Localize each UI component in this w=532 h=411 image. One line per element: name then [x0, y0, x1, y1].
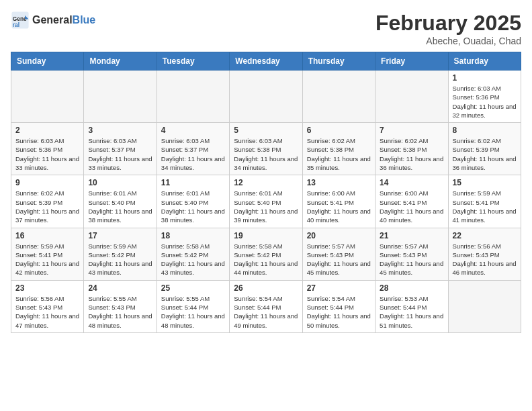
calendar-day-cell: 7Sunrise: 6:02 AM Sunset: 5:38 PM Daylig…: [375, 123, 448, 175]
calendar-week-row: 16Sunrise: 5:59 AM Sunset: 5:41 PM Dayli…: [11, 228, 521, 280]
day-number: 16: [15, 231, 79, 240]
calendar-day-cell: [11, 71, 84, 123]
day-info: Sunrise: 6:03 AM Sunset: 5:37 PM Dayligh…: [161, 136, 225, 172]
weekday-header-monday: Monday: [84, 52, 157, 71]
day-number: 28: [380, 283, 443, 293]
day-info: Sunrise: 6:03 AM Sunset: 5:36 PM Dayligh…: [15, 136, 79, 172]
calendar-week-row: 9Sunrise: 6:02 AM Sunset: 5:39 PM Daylig…: [11, 175, 521, 228]
weekday-header-tuesday: Tuesday: [157, 52, 229, 71]
day-number: 5: [234, 126, 298, 135]
day-info: Sunrise: 6:01 AM Sunset: 5:40 PM Dayligh…: [234, 189, 298, 224]
day-info: Sunrise: 5:55 AM Sunset: 5:44 PM Dayligh…: [161, 294, 225, 330]
calendar-day-cell: 18Sunrise: 5:58 AM Sunset: 5:42 PM Dayli…: [157, 228, 229, 280]
calendar-day-cell: 1Sunrise: 6:03 AM Sunset: 5:36 PM Daylig…: [448, 71, 521, 123]
day-number: 19: [234, 231, 298, 240]
day-info: Sunrise: 5:59 AM Sunset: 5:41 PM Dayligh…: [453, 189, 517, 224]
day-number: 23: [15, 283, 79, 293]
calendar-day-cell: 23Sunrise: 5:56 AM Sunset: 5:43 PM Dayli…: [11, 280, 84, 332]
day-number: 22: [453, 231, 517, 240]
day-info: Sunrise: 6:02 AM Sunset: 5:38 PM Dayligh…: [307, 136, 371, 172]
calendar-day-cell: [375, 71, 448, 123]
day-info: Sunrise: 6:03 AM Sunset: 5:38 PM Dayligh…: [234, 136, 298, 172]
logo-general: General: [32, 14, 73, 26]
weekday-header-saturday: Saturday: [448, 52, 521, 71]
day-number: 1: [453, 73, 517, 83]
day-info: Sunrise: 6:03 AM Sunset: 5:37 PM Dayligh…: [88, 136, 152, 172]
svg-text:ral: ral: [13, 21, 19, 28]
day-number: 25: [161, 283, 225, 293]
month-title: February 2025: [375, 11, 521, 36]
day-number: 18: [161, 231, 225, 240]
day-number: 21: [380, 231, 443, 240]
day-info: Sunrise: 6:01 AM Sunset: 5:40 PM Dayligh…: [161, 189, 225, 224]
calendar-day-cell: 3Sunrise: 6:03 AM Sunset: 5:37 PM Daylig…: [84, 123, 157, 175]
day-info: Sunrise: 5:53 AM Sunset: 5:44 PM Dayligh…: [380, 294, 443, 330]
calendar-day-cell: 24Sunrise: 5:55 AM Sunset: 5:43 PM Dayli…: [84, 280, 157, 332]
day-number: 7: [380, 126, 443, 135]
calendar-day-cell: 22Sunrise: 5:56 AM Sunset: 5:43 PM Dayli…: [448, 228, 521, 280]
calendar-day-cell: 19Sunrise: 5:58 AM Sunset: 5:42 PM Dayli…: [230, 228, 302, 280]
page-header: Gene ral GeneralBlue February 2025 Abech…: [11, 11, 521, 46]
day-info: Sunrise: 6:00 AM Sunset: 5:41 PM Dayligh…: [307, 189, 371, 224]
logo-icon: Gene ral: [11, 11, 30, 30]
calendar-day-cell: [84, 71, 157, 123]
day-info: Sunrise: 5:56 AM Sunset: 5:43 PM Dayligh…: [453, 242, 517, 277]
day-number: 2: [15, 126, 79, 135]
calendar-day-cell: 5Sunrise: 6:03 AM Sunset: 5:38 PM Daylig…: [230, 123, 302, 175]
weekday-header-thursday: Thursday: [302, 52, 375, 71]
day-number: 24: [88, 283, 152, 293]
day-info: Sunrise: 5:57 AM Sunset: 5:43 PM Dayligh…: [307, 242, 371, 277]
calendar-day-cell: [230, 71, 302, 123]
day-number: 10: [88, 178, 152, 187]
day-number: 27: [307, 283, 371, 293]
calendar-day-cell: 9Sunrise: 6:02 AM Sunset: 5:39 PM Daylig…: [11, 175, 84, 228]
calendar-week-row: 23Sunrise: 5:56 AM Sunset: 5:43 PM Dayli…: [11, 280, 521, 332]
day-number: 12: [234, 178, 298, 187]
title-block: February 2025 Abeche, Ouadai, Chad: [375, 11, 521, 46]
calendar-day-cell: 6Sunrise: 6:02 AM Sunset: 5:38 PM Daylig…: [302, 123, 375, 175]
day-info: Sunrise: 5:58 AM Sunset: 5:42 PM Dayligh…: [234, 242, 298, 277]
day-info: Sunrise: 6:02 AM Sunset: 5:39 PM Dayligh…: [15, 189, 79, 224]
calendar-day-cell: 15Sunrise: 5:59 AM Sunset: 5:41 PM Dayli…: [448, 175, 521, 228]
day-number: 8: [453, 126, 517, 135]
day-info: Sunrise: 6:02 AM Sunset: 5:39 PM Dayligh…: [453, 136, 517, 172]
weekday-header-wednesday: Wednesday: [230, 52, 302, 71]
day-info: Sunrise: 5:59 AM Sunset: 5:42 PM Dayligh…: [88, 242, 152, 277]
weekday-header-row: SundayMondayTuesdayWednesdayThursdayFrid…: [11, 52, 521, 71]
calendar-day-cell: 14Sunrise: 6:00 AM Sunset: 5:41 PM Dayli…: [375, 175, 448, 228]
calendar-day-cell: 17Sunrise: 5:59 AM Sunset: 5:42 PM Dayli…: [84, 228, 157, 280]
day-info: Sunrise: 5:55 AM Sunset: 5:43 PM Dayligh…: [88, 294, 152, 330]
day-number: 13: [307, 178, 371, 187]
calendar-day-cell: 13Sunrise: 6:00 AM Sunset: 5:41 PM Dayli…: [302, 175, 375, 228]
weekday-header-friday: Friday: [375, 52, 448, 71]
calendar-day-cell: 8Sunrise: 6:02 AM Sunset: 5:39 PM Daylig…: [448, 123, 521, 175]
day-info: Sunrise: 5:58 AM Sunset: 5:42 PM Dayligh…: [161, 242, 225, 277]
day-number: 11: [161, 178, 225, 187]
day-number: 15: [453, 178, 517, 187]
logo: Gene ral GeneralBlue: [11, 11, 95, 30]
calendar-day-cell: 11Sunrise: 6:01 AM Sunset: 5:40 PM Dayli…: [157, 175, 229, 228]
calendar-day-cell: [157, 71, 229, 123]
calendar-day-cell: 4Sunrise: 6:03 AM Sunset: 5:37 PM Daylig…: [157, 123, 229, 175]
calendar-table: SundayMondayTuesdayWednesdayThursdayFrid…: [11, 52, 521, 333]
day-info: Sunrise: 6:00 AM Sunset: 5:41 PM Dayligh…: [380, 189, 443, 224]
day-number: 20: [307, 231, 371, 240]
day-number: 6: [307, 126, 371, 135]
day-info: Sunrise: 5:59 AM Sunset: 5:41 PM Dayligh…: [15, 242, 79, 277]
weekday-header-sunday: Sunday: [11, 52, 84, 71]
calendar-day-cell: 26Sunrise: 5:54 AM Sunset: 5:44 PM Dayli…: [230, 280, 302, 332]
calendar-week-row: 2Sunrise: 6:03 AM Sunset: 5:36 PM Daylig…: [11, 123, 521, 175]
calendar-day-cell: 21Sunrise: 5:57 AM Sunset: 5:43 PM Dayli…: [375, 228, 448, 280]
calendar-day-cell: 27Sunrise: 5:54 AM Sunset: 5:44 PM Dayli…: [302, 280, 375, 332]
calendar-day-cell: 16Sunrise: 5:59 AM Sunset: 5:41 PM Dayli…: [11, 228, 84, 280]
day-number: 4: [161, 126, 225, 135]
calendar-day-cell: 20Sunrise: 5:57 AM Sunset: 5:43 PM Dayli…: [302, 228, 375, 280]
day-number: 17: [88, 231, 152, 240]
day-number: 9: [15, 178, 79, 187]
calendar-day-cell: [302, 71, 375, 123]
day-info: Sunrise: 5:57 AM Sunset: 5:43 PM Dayligh…: [380, 242, 443, 277]
day-info: Sunrise: 5:56 AM Sunset: 5:43 PM Dayligh…: [15, 294, 79, 330]
day-number: 3: [88, 126, 152, 135]
day-number: 14: [380, 178, 443, 187]
calendar-day-cell: 12Sunrise: 6:01 AM Sunset: 5:40 PM Dayli…: [230, 175, 302, 228]
